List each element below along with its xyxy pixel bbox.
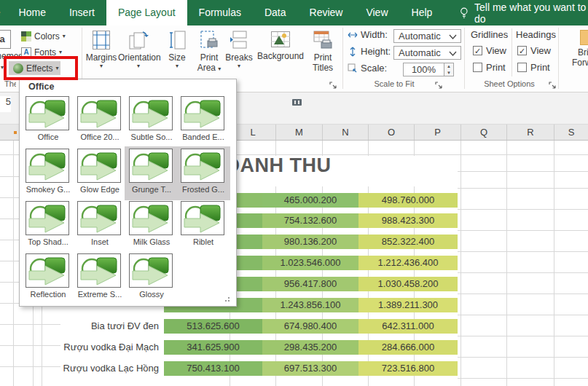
gridlines-view-checkbox[interactable]: ✓ View [473,45,506,56]
table-cell[interactable]: 723.516.800 [358,361,458,376]
effect-item-grunge-t[interactable]: Grunge T... [125,146,179,200]
column-header-Q[interactable]: Q [460,125,506,140]
group-separator [342,28,343,89]
tab-file[interactable]: File [0,0,7,25]
gridlines-print-label: Print [486,62,506,73]
scale-input[interactable]: 100% [403,63,444,76]
gridline [0,366,60,367]
mini-separator [511,28,512,76]
effect-thumbnail-icon [129,149,173,183]
table-cell[interactable]: 980.136.200 [262,235,358,249]
breaks-arrow: ▾ [224,63,254,70]
tab-review[interactable]: Review [298,0,355,25]
background-button[interactable]: Background [255,28,306,61]
effect-item-banded-e[interactable]: Banded E... [179,96,228,146]
tab-formulas[interactable]: Formulas [187,0,253,25]
table-cell[interactable]: 513.625.600 [164,319,262,334]
table-cell[interactable]: 1.212.436.400 [358,256,458,270]
effect-item-reflection[interactable]: Reflection [23,253,73,303]
column-header-P[interactable]: P [414,125,460,140]
table-cell[interactable]: 956.417.800 [262,277,358,291]
width-combo[interactable]: Automatic [393,29,461,43]
bring-forward-button[interactable]: Bring Forward [568,28,588,68]
breaks-button[interactable]: Breaks ▾ [224,28,254,70]
table-cell[interactable]: 697.513.300 [262,361,358,376]
effect-item-top-shad[interactable]: Top Shad... [23,201,73,251]
breaks-label: Breaks [225,52,252,63]
scale-to-fit-dialog-launcher[interactable] [435,82,443,90]
table-cell[interactable]: 750.413.100 [164,361,262,376]
table-cell[interactable]: 341.625.900 [164,340,262,355]
margins-button[interactable]: Margins ▾ [85,28,118,70]
tab-data[interactable]: Data [253,0,298,25]
checkbox-icon: ✓ [473,63,482,72]
tab-page-layout[interactable]: Page Layout [106,0,187,25]
effects-gallery-dropdown: Office Office Office 20... Subtle So... … [19,79,237,307]
table-cell[interactable]: 988.423.300 [358,213,458,228]
chevron-down-icon [449,34,457,39]
effect-item-smokey-g[interactable]: Smokey G... [23,149,73,198]
effect-item-milk-glass[interactable]: Milk Glass [127,201,176,251]
effect-thumbnail-icon [26,149,69,183]
table-cell[interactable]: 1.023.546.000 [262,256,358,270]
gridline [506,141,507,386]
gridline [458,188,588,189]
effect-item-office[interactable]: Office [23,96,73,146]
gridline [0,345,60,346]
effect-item-label: Glossy [127,290,176,299]
annotation-red-box [4,56,78,80]
effect-item-glossy[interactable]: Glossy [127,253,176,303]
print-titles-button[interactable]: Print Titles [307,28,338,73]
effect-thumbnail-icon [129,96,173,130]
margins-label: Margins [86,52,117,63]
print-area-button[interactable]: Print Area ▾ [194,28,224,73]
table-cell[interactable]: 465.000.200 [262,193,358,208]
gridline [458,209,588,210]
theme-colors-button[interactable]: Colors ▾ [19,29,68,43]
table-cell[interactable]: 1.030.458.200 [358,277,458,291]
height-combo[interactable]: Automatic [393,46,461,60]
tell-me-box[interactable]: Tell me what you want to do [460,0,588,25]
column-header-S[interactable]: S [554,125,588,140]
gridline [458,336,588,336]
table-cell[interactable]: 1.243.856.100 [262,298,358,312]
table-cell[interactable]: 642.311.000 [358,319,458,334]
table-cell[interactable]: 1.389.211.300 [358,298,458,312]
effect-thumbnail-icon [181,201,224,235]
column-header-O[interactable]: O [368,125,414,140]
sheet-options-dialog-launcher[interactable] [549,82,557,90]
tab-help[interactable]: Help [400,0,444,25]
table-cell[interactable]: 674.980.400 [262,319,358,334]
effect-item-office-20[interactable]: Office 20... [75,96,125,146]
gallery-resize-grip[interactable] [225,296,231,302]
effect-item-frosted-g[interactable]: Frosted G... [176,146,230,200]
effect-item-inset[interactable]: Inset [75,201,125,251]
tab-view[interactable]: View [354,0,399,25]
effect-item-extreme-s[interactable]: Extreme S... [75,253,125,303]
size-button[interactable]: Size ▾ [162,28,192,70]
headings-view-checkbox[interactable]: ✓ View [517,45,551,56]
effect-item-riblet[interactable]: Riblet [179,201,228,251]
scale-spinner[interactable]: ▲▼ [444,63,454,76]
tab-insert[interactable]: Insert [58,0,106,25]
table-cell[interactable]: 852.322.400 [358,235,458,249]
orientation-button[interactable]: Orientation ▾ [118,28,159,70]
column-header-N[interactable]: N [322,125,368,140]
group-separator [558,28,559,89]
gridline [460,141,461,386]
column-header-R[interactable]: R [506,125,554,140]
column-header-M[interactable]: M [275,125,322,140]
headings-print-checkbox[interactable]: ✓ Print [517,62,550,73]
size-label: Size [168,52,185,63]
table-cell[interactable]: 298.435.200 [262,340,358,355]
tab-home[interactable]: Home [7,0,58,25]
table-cell[interactable]: 284.666.000 [358,340,458,355]
page-setup-dialog-launcher[interactable] [329,82,337,90]
table-cell[interactable]: 498.760.000 [358,193,458,208]
headings-view-label: View [530,45,551,56]
gridlines-print-checkbox[interactable]: ✓ Print [473,62,506,73]
themes-icon: a [0,30,11,49]
effect-item-subtle-so[interactable]: Subtle So... [127,96,176,146]
table-cell[interactable]: 754.132.600 [262,213,358,228]
effect-item-glow-edge[interactable]: Glow Edge [75,149,125,198]
